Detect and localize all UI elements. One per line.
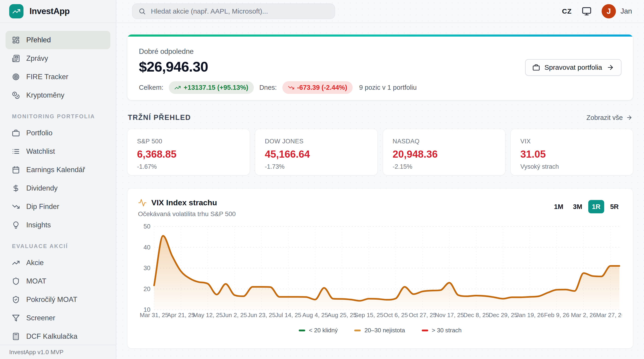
sidebar-item-p-ehled[interactable]: Přehled	[6, 31, 110, 49]
search-box[interactable]	[132, 3, 335, 19]
range-button-1m[interactable]: 1M	[550, 200, 567, 213]
lightbulb-icon	[12, 221, 20, 229]
monitor-icon[interactable]	[582, 6, 592, 16]
sidebar-item-label: Pokročilý MOAT	[26, 296, 78, 304]
market-card-value: 45,166.64	[265, 148, 368, 160]
sidebar-item-label: Dividendy	[26, 184, 58, 192]
market-card-s-p-500[interactable]: S&P 500 6,368.85 -1.67%	[127, 129, 250, 175]
sidebar-item-insights[interactable]: Insights	[6, 216, 110, 234]
sidebar-header: InvestApp	[0, 0, 116, 23]
market-card-value: 31.05	[520, 148, 623, 160]
vix-chart-title: VIX Index strachu	[151, 198, 217, 207]
sidebar-item-label: Earnings Kalendář	[26, 166, 85, 174]
topbar-right: CZ J Jan	[562, 4, 632, 18]
sidebar-item-zpr-vy[interactable]: Zprávy	[6, 49, 110, 68]
app-version-label: InvestApp v1.0 MVP	[9, 349, 64, 356]
market-card-name: NASDAQ	[393, 138, 496, 145]
svg-text:Mar 31, 25: Mar 31, 25	[140, 312, 168, 319]
sidebar-item-akcie[interactable]: Akcie	[6, 254, 110, 272]
briefcase-icon	[12, 129, 20, 137]
user-name: Jan	[620, 7, 632, 15]
trending-up-icon	[12, 7, 20, 15]
svg-text:Jun 23, 25: Jun 23, 25	[247, 312, 275, 319]
market-card-nasdaq[interactable]: NASDAQ 20,948.36 -2.15%	[383, 129, 505, 175]
avatar[interactable]: J	[602, 4, 616, 18]
sidebar-item-label: FIRE Tracker	[26, 73, 68, 81]
today-change-value: -673.39 (-2.44%)	[297, 84, 347, 91]
market-card-name: S&P 500	[137, 138, 240, 145]
list-icon	[12, 147, 20, 155]
svg-text:Aug 25, 25: Aug 25, 25	[328, 312, 356, 319]
market-card-dow-jones[interactable]: DOW JONES 45,166.64 -1.73%	[255, 129, 378, 175]
market-cards-row: S&P 500 6,368.85 -1.67% DOW JONES 45,166…	[127, 129, 633, 175]
sidebar-item-screener[interactable]: Screener	[6, 309, 110, 327]
app-logo	[9, 4, 24, 18]
today-change-badge: -673.39 (-2.44%)	[282, 81, 353, 94]
vix-chart-subtitle: Očekávaná volatilita trhu S&P 500	[138, 210, 236, 218]
vix-chart-title-row: VIX Index strachu	[138, 198, 236, 207]
range-selector: 1M3M1R5R	[550, 200, 622, 213]
sidebar-item-pokro-il-moat[interactable]: Pokročilý MOAT	[6, 290, 110, 309]
today-label: Dnes:	[259, 84, 277, 91]
vix-chart-header: VIX Index strachu Očekávaná volatilita t…	[138, 198, 622, 218]
svg-text:Oct 27, 25: Oct 27, 25	[408, 312, 436, 319]
range-button-5r[interactable]: 5R	[606, 200, 622, 213]
sidebar-item-label: Portfolio	[26, 129, 52, 137]
sidebar-item-label: Screener	[26, 314, 55, 322]
svg-text:Dec 8, 25: Dec 8, 25	[464, 312, 489, 319]
sidebar-item-dcf-kalkula-ka[interactable]: DCF Kalkulačka	[6, 327, 110, 346]
arrow-right-icon	[626, 114, 632, 121]
range-button-1r[interactable]: 1R	[588, 200, 604, 213]
sidebar-footer: InvestApp v1.0 MVP	[0, 345, 116, 359]
content: Dobré odpoledne $26,946.30 Celkem: +1313…	[116, 23, 644, 359]
svg-text:Nov 17, 25: Nov 17, 25	[435, 312, 464, 319]
sidebar-item-dip-finder[interactable]: Dip Finder	[6, 197, 110, 216]
legend-label: > 30 strach	[432, 327, 462, 334]
briefcase-icon	[532, 64, 540, 71]
range-button-3m[interactable]: 3M	[569, 200, 586, 213]
sidebar-item-moat[interactable]: MOAT	[6, 272, 110, 290]
sidebar-item-kryptom-ny[interactable]: Kryptoměny	[6, 86, 110, 104]
total-label: Celkem:	[139, 84, 163, 91]
search-icon	[138, 7, 146, 15]
sidebar-item-portfolio[interactable]: Portfolio	[6, 124, 110, 142]
show-all-link[interactable]: Zobrazit vše	[586, 114, 632, 121]
trending-up-icon	[174, 84, 181, 91]
svg-text:30: 30	[144, 265, 150, 272]
sidebar-item-earnings-kalend[interactable]: Earnings Kalendář	[6, 161, 110, 179]
chart-legend: < 20 klidný 20–30 nejistota > 30 strach	[138, 327, 622, 334]
sidebar-item-label: DCF Kalkulačka	[26, 332, 78, 341]
target-icon	[12, 73, 20, 81]
market-card-name: VIX	[520, 138, 623, 145]
market-card-name: DOW JONES	[265, 138, 368, 145]
svg-text:50: 50	[144, 223, 150, 230]
card-accent-bar	[127, 34, 633, 36]
show-all-label: Zobrazit vše	[586, 114, 623, 121]
legend-dash	[354, 330, 361, 331]
sidebar-item-dividendy[interactable]: Dividendy	[6, 179, 110, 197]
sidebar-section-label: EVALUACE AKCIÍ	[6, 243, 110, 250]
market-card-change: -2.15%	[393, 163, 496, 170]
app-name: InvestApp	[30, 6, 70, 16]
sidebar-item-watchlist[interactable]: Watchlist	[6, 142, 110, 161]
user-menu[interactable]: J Jan	[602, 4, 632, 18]
sidebar-item-fire-tracker[interactable]: FIRE Tracker	[6, 68, 110, 86]
legend-item: > 30 strach	[422, 327, 462, 334]
locale-switcher[interactable]: CZ	[562, 7, 572, 15]
sidebar: InvestApp Přehled Zprávy FIRE Tracker Kr…	[0, 0, 116, 359]
legend-item: 20–30 nejistota	[354, 327, 405, 334]
svg-text:Sep 15, 25: Sep 15, 25	[354, 312, 383, 319]
total-change-value: +13137.15 (+95.13%)	[184, 84, 248, 91]
market-card-vix[interactable]: VIX 31.05 Vysoký strach	[511, 129, 633, 175]
market-card-value: 20,948.36	[393, 148, 496, 160]
search-input[interactable]	[151, 7, 329, 15]
portfolio-stats-row: Celkem: +13137.15 (+95.13%) Dnes: -673.3…	[139, 81, 622, 94]
market-section-header: TRŽNÍ PŘEHLED Zobrazit vše	[128, 113, 632, 122]
manage-portfolios-label: Spravovat portfolia	[544, 63, 602, 71]
market-card-value: 6,368.85	[137, 148, 240, 160]
manage-portfolios-button[interactable]: Spravovat portfolia	[525, 59, 622, 76]
positions-text: 9 pozic v 1 portfoliu	[359, 84, 417, 91]
svg-text:Jan 19, 26: Jan 19, 26	[516, 312, 544, 319]
svg-text:Feb 9, 26: Feb 9, 26	[544, 312, 569, 319]
sidebar-nav: Přehled Zprávy FIRE Tracker Kryptoměny M…	[0, 23, 116, 359]
